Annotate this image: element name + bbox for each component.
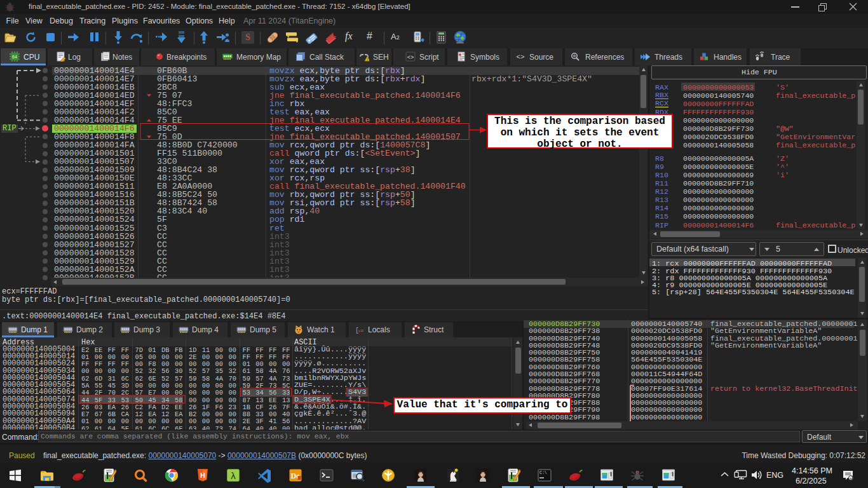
- svg-text:<>: <>: [517, 53, 525, 60]
- svg-text:=]: =]: [360, 328, 365, 334]
- svg-text:H: H: [200, 471, 205, 479]
- svg-text:λ: λ: [231, 470, 236, 481]
- svg-text:64: 64: [8, 6, 12, 10]
- svg-text:C:\: C:\: [539, 471, 547, 475]
- svg-text:64: 64: [635, 471, 639, 474]
- svg-text:<>: <>: [407, 54, 414, 60]
- svg-text:64: 64: [12, 55, 17, 59]
